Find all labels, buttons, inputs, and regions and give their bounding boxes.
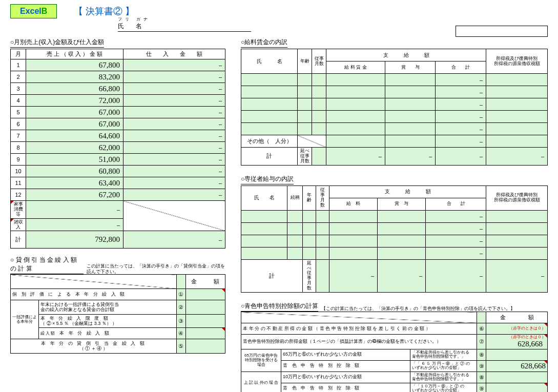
month-cell: 4 <box>11 95 26 107</box>
kaji-label: 家事消費等 <box>11 201 26 219</box>
hdr-sales: 売 上 （ 収 入 ） 金 額 <box>26 49 123 59</box>
purchase-cell: – <box>123 71 225 83</box>
purchase-cell: – <box>123 166 225 177</box>
month-cell: 7 <box>11 130 26 142</box>
purchase-cell: – <box>123 177 225 189</box>
diag-cell <box>123 201 225 231</box>
month-cell: 6 <box>11 118 26 130</box>
page-title: 【 決算書② 】 <box>74 4 134 17</box>
month-cell: 1 <box>11 59 26 71</box>
month-cell: 2 <box>11 71 26 83</box>
hdr-purchase: 仕 入 金 額 <box>123 49 225 59</box>
purchase-cell: – <box>123 83 225 95</box>
sales-cell: 67,000 <box>26 107 123 118</box>
sales-cell: 51,000 <box>26 154 123 166</box>
sales-cell: 67,000 <box>26 118 123 130</box>
purchase-cell: – <box>123 130 225 142</box>
purchase-cell: – <box>123 118 225 130</box>
sales-cell: 83,200 <box>26 71 123 83</box>
header-box <box>456 26 548 37</box>
sales-cell: 67,200 <box>26 189 123 201</box>
sales-cell: 62,000 <box>26 142 123 154</box>
month-cell: 11 <box>11 177 26 189</box>
kei-purchase: – <box>123 231 225 249</box>
sales-cell: 64,600 <box>26 130 123 142</box>
blue-note: 【この計算に当たっては、「決算の手引き」の「青色申告特別控除」の項を読んで下さい… <box>321 306 515 312</box>
purchase-cell: – <box>123 107 225 118</box>
purchase-cell: – <box>123 189 225 201</box>
hdr-amt: 金 額 <box>185 275 225 289</box>
baddebt-title: ○ 貸 倒 引 当 金 繰 入 額 の 計 算 <box>10 256 84 274</box>
furigana-label: フリ ガナ <box>118 16 548 22</box>
baddebt-note: この計算に当たっては、「決算の手引き」の「貸倒引当金」の項を読んで下さい。 <box>87 263 225 275</box>
hdr-month: 月 <box>11 49 26 59</box>
name-label: 氏 名 <box>118 22 251 32</box>
zatsu-label: 雑収入 <box>11 218 26 231</box>
month-cell: 9 <box>11 154 26 166</box>
zatsu-val: – <box>26 218 123 231</box>
sales-cell: 66,800 <box>26 83 123 95</box>
month-cell: 3 <box>11 83 26 95</box>
purchase-cell: – <box>123 154 225 166</box>
wages-table: 氏 名 年齢 従事月数 支 給 額 所得税及び復興特別所得税の源泉徴収税額 給 … <box>241 49 548 166</box>
blue-table: 金 額 本 年 分 の 不 動 産 所 得 の 金 額 （ 青 色 申 告 特 … <box>241 312 548 392</box>
kei-label: 計 <box>11 231 26 249</box>
wages-title: ○給料賃金の内訳 <box>241 38 287 48</box>
monthly-table: 月 売 上 （ 収 入 ） 金 額 仕 入 金 額 1 67,800 –2 83… <box>10 49 225 249</box>
purchase-cell: – <box>123 59 225 71</box>
sales-cell: 72,000 <box>26 95 123 107</box>
month-cell: 8 <box>11 142 26 154</box>
fam-table: 氏 名 続柄 年齢 従事月数 支 給 額 所得税及び復興特別所得税の源泉徴収税額… <box>241 185 548 293</box>
baddebt-table: 金 額 個 別 評 価 に よ る 本 年 分 繰 入 額 ① 一括評価による本… <box>10 274 225 354</box>
purchase-cell: – <box>123 142 225 154</box>
grp-label: 一括評価による本年分 <box>11 300 39 339</box>
sales-cell: 67,800 <box>26 59 123 71</box>
logo: ExcelB <box>10 4 57 18</box>
fam-title: ○専従者給与の内訳 <box>241 175 294 184</box>
blue-title: ○青色申告特別控除額の計算 <box>241 302 318 312</box>
purchase-cell: – <box>123 95 225 107</box>
kei-sales: 792,800 <box>26 231 123 249</box>
monthly-title: ○月別売上(収入)金額及び仕入金額 <box>10 38 104 48</box>
month-cell: 10 <box>11 166 26 177</box>
sales-cell: 60,800 <box>26 166 123 177</box>
kaji-val: – <box>26 201 123 219</box>
month-cell: 12 <box>11 189 26 201</box>
sales-cell: 63,400 <box>26 177 123 189</box>
month-cell: 5 <box>11 107 26 118</box>
